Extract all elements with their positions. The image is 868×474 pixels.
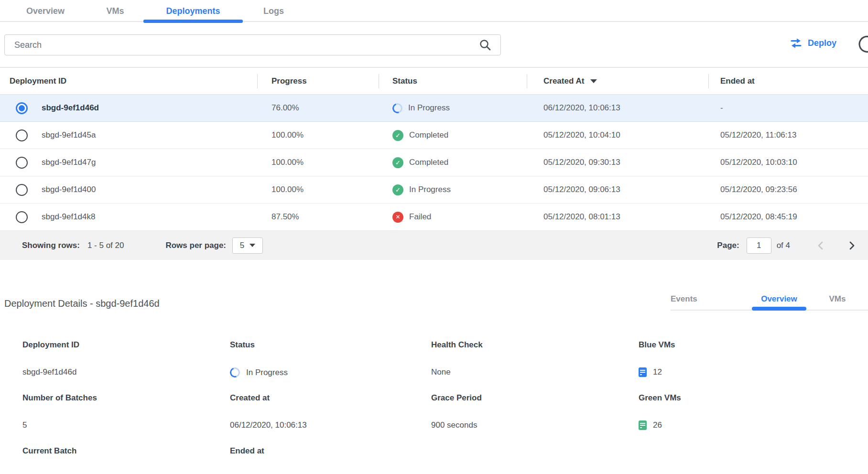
progress-cell: 100.00% (257, 149, 379, 176)
deployment-id-cell: sbgd-9ef1d45a (0, 122, 257, 149)
detail-field-value: 26 (653, 420, 662, 430)
detail-field-label: Number of Batches (22, 393, 230, 403)
deployments-table: Deployment ID Progress Status Created At… (0, 67, 868, 231)
table-footer: Showing rows: 1 - 5 of 20 Rows per page:… (0, 231, 868, 260)
status-cell: Failed (379, 204, 527, 230)
detail-field-label: Created at (230, 393, 431, 403)
detail-field-icon (639, 367, 647, 377)
details-tab[interactable]: Events (671, 288, 697, 311)
detail-field: Current Batch 5 (22, 446, 230, 474)
detail-field-value: 5 (22, 420, 27, 430)
table-header: Deployment ID Progress Status Created At… (0, 68, 868, 95)
ended-at-value: 05/12/2020, 11:06:13 (720, 130, 796, 140)
detail-field-icon (228, 366, 242, 379)
detail-field: Blue VMs 12 (639, 340, 863, 393)
column-header-ended-at[interactable]: Ended at (708, 68, 868, 94)
deployments-page: Overview VMs Deployments Logs (0, 0, 868, 474)
status-label: In Progress (408, 103, 450, 113)
column-header-created-at[interactable]: Created At (527, 68, 708, 94)
detail-field: Grace Period 900 seconds (431, 393, 639, 446)
details-fields: Deployment ID sbgd-9ef1d46d Status In Pr… (22, 340, 863, 474)
status-cell: Completed (379, 149, 527, 176)
deployment-id-cell: sbgd-9ef1d4k8 (0, 204, 257, 230)
detail-field: Number of Batches 5 (22, 393, 230, 446)
deploy-button-label: Deploy (808, 38, 836, 48)
rows-per-page-value: 5 (240, 241, 244, 250)
status-icon (392, 184, 403, 195)
details-tab-label: VMs (829, 294, 846, 304)
detail-field-label: Health Check (431, 340, 639, 350)
detail-field-value: 12 (653, 367, 662, 377)
detail-field-label: Ended at (230, 446, 431, 456)
ended-at-cell: 05/12/2020, 08:45:19 (708, 204, 868, 230)
details-tab-label: Events (671, 294, 697, 304)
detail-field-label: Blue VMs (639, 340, 863, 350)
details-tab[interactable]: VMs (806, 288, 868, 311)
progress-value: 100.00% (271, 185, 304, 194)
progress-cell: 76.00% (257, 95, 379, 121)
table-row[interactable]: sbgd-9ef1d45a 100.00% Completed 05/12/20… (0, 122, 868, 149)
top-tab[interactable]: Overview (12, 0, 79, 22)
deployment-id-cell: sbgd-9ef1d46d (0, 95, 257, 121)
row-radio-button[interactable] (16, 184, 28, 196)
page-label: Page: (717, 241, 739, 250)
page-input[interactable]: 1 (747, 237, 771, 254)
row-radio-button[interactable] (16, 211, 28, 223)
detail-field-label: Deployment ID (22, 340, 230, 350)
ended-at-value: 05/12/2020, 09:23:56 (720, 185, 797, 194)
status-icon (392, 212, 403, 223)
top-tab[interactable]: Deployments (143, 0, 243, 22)
top-tab-bar: Overview VMs Deployments Logs (0, 0, 868, 22)
top-tab[interactable]: VMs (94, 0, 137, 22)
table-row[interactable]: sbgd-9ef1d47g 100.00% Completed 05/12/20… (0, 149, 868, 176)
rows-per-page-select[interactable]: 5 (232, 237, 263, 254)
top-tab-label: VMs (106, 6, 124, 16)
deployment-id-cell: sbgd-9ef1d47g (0, 149, 257, 176)
created-at-value: 06/12/2020, 10:06:13 (543, 103, 620, 113)
column-header-status[interactable]: Status (379, 68, 527, 94)
row-radio-button[interactable] (16, 157, 28, 169)
created-at-cell: 05/12/2020, 10:04:10 (527, 122, 708, 149)
next-page-icon[interactable] (848, 241, 856, 250)
swap-arrows-icon (790, 38, 803, 48)
detail-field-value: None (431, 367, 451, 377)
details-tab-bar: Overview VMs Events (671, 288, 868, 311)
column-header-deployment-id[interactable]: Deployment ID (0, 68, 257, 94)
table-row[interactable]: sbgd-9ef1d46d 76.00% In Progress 06/12/2… (0, 95, 868, 122)
table-row[interactable]: sbgd-9ef1d4k8 87.50% Failed 05/12/2020, … (0, 204, 868, 231)
detail-field-value: sbgd-9ef1d46d (22, 367, 76, 377)
details-tab[interactable]: Overview (752, 288, 806, 311)
search-icon[interactable] (479, 39, 491, 53)
details-tab-label: Overview (761, 294, 797, 304)
chevron-down-icon (250, 244, 255, 247)
status-cell: In Progress (379, 176, 527, 203)
refresh-icon[interactable] (857, 35, 868, 56)
top-tab[interactable]: Logs (241, 0, 306, 22)
detail-field-label: Current Batch (22, 446, 230, 456)
created-at-cell: 05/12/2020, 09:06:13 (527, 176, 708, 203)
status-label: In Progress (409, 185, 451, 194)
deployment-id: sbgd-9ef1d400 (42, 185, 96, 194)
prev-page-icon[interactable] (817, 241, 825, 250)
column-header-progress[interactable]: Progress (257, 68, 379, 94)
page-total: of 4 (777, 241, 790, 250)
detail-field-value: 900 seconds (431, 420, 477, 430)
created-at-cell: 05/12/2020, 09:30:13 (527, 149, 708, 176)
row-radio-button[interactable] (16, 129, 28, 141)
row-radio-button[interactable] (16, 102, 28, 114)
status-label: Completed (409, 130, 448, 140)
deployment-id: sbgd-9ef1d46d (42, 103, 99, 113)
detail-field-icon (639, 420, 647, 430)
detail-field: Status In Progress (230, 340, 431, 393)
created-at-value: 05/12/2020, 09:30:13 (543, 158, 620, 167)
detail-field-label: Grace Period (431, 393, 639, 403)
search-input[interactable] (4, 34, 501, 55)
deploy-button[interactable]: Deploy (790, 38, 836, 48)
created-at-cell: 06/12/2020, 10:06:13 (527, 95, 708, 121)
page-value: 1 (757, 241, 761, 250)
status-cell: Completed (379, 122, 527, 149)
table-row[interactable]: sbgd-9ef1d400 100.00% In Progress 05/12/… (0, 176, 868, 204)
progress-value: 100.00% (271, 158, 304, 167)
progress-value: 87.50% (271, 212, 299, 222)
status-label: Completed (409, 158, 448, 167)
